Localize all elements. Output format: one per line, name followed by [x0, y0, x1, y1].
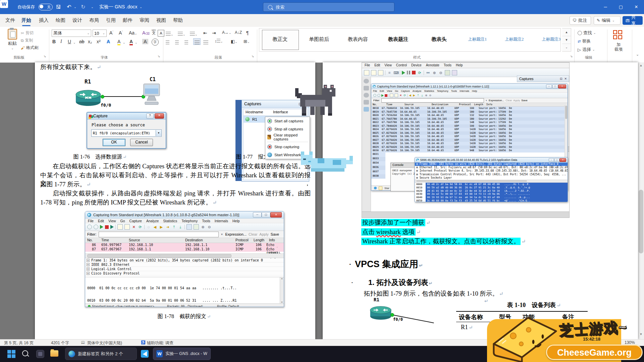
subscript-button[interactable]: x₂ — [88, 39, 92, 44]
close-file-icon[interactable]: ✕ — [131, 225, 136, 229]
document-page-right[interactable]: File Edit View Control Device Annotate T… — [323, 62, 638, 339]
detail-hscrollbar[interactable] — [415, 180, 568, 183]
endpoint-palette-icon[interactable] — [364, 100, 369, 105]
gws-filter-caret-icon[interactable]: ▼ — [485, 100, 487, 102]
packet-no[interactable]: 8837 — [371, 170, 385, 174]
gws-filter-input[interactable] — [381, 98, 484, 103]
styles-more-icon[interactable]: ⌄ — [562, 44, 571, 51]
show-marks-button[interactable]: ¶ — [246, 30, 249, 36]
filter-input[interactable] — [99, 232, 219, 237]
cancel-button[interactable]: Cancel — [130, 139, 153, 146]
style-jiao-zhengwen[interactable]: 教正文 — [262, 29, 298, 49]
enclose-characters-button[interactable]: A — [158, 30, 164, 37]
increase-indent-button[interactable]: ⇥ — [212, 30, 216, 36]
bold-button[interactable]: B — [52, 39, 56, 44]
dock-float-icon[interactable]: ⊡ — [560, 77, 562, 80]
autosave-toggle[interactable]: 关 — [39, 4, 53, 10]
replace-button[interactable]: ⇄ 替换 — [578, 38, 591, 44]
justify-button-selected[interactable] — [193, 38, 201, 45]
restart-capture-icon[interactable] — [110, 225, 114, 229]
gns3-console-icon[interactable]: ⌨ — [393, 70, 398, 75]
packet-no[interactable]: 8836 — [371, 166, 385, 170]
align-center-button[interactable] — [175, 40, 179, 46]
go-back-icon[interactable]: ◀ — [153, 225, 157, 229]
tab-layout[interactable]: 布局 — [87, 14, 101, 26]
taskbar-search-icon[interactable] — [22, 350, 28, 356]
language-indicator[interactable]: 简体中文(中国大陆) — [87, 340, 122, 346]
zoom-level[interactable]: 130% — [625, 340, 635, 345]
format-painter-button[interactable]: 🖌格式刷 — [21, 45, 38, 51]
minimize-button[interactable]: ─ — [598, 0, 613, 14]
zoom-out-icon[interactable]: ⊖ — [207, 225, 212, 229]
detail-tree-row[interactable]: +IEEE 802.3 Ethernet — [85, 262, 284, 267]
capture-options-icon[interactable] — [94, 225, 98, 229]
tab-insert[interactable]: 插入 — [37, 14, 51, 26]
gns3-new-icon[interactable] — [364, 70, 369, 75]
highlight-caret-icon[interactable]: ⌄ — [123, 41, 125, 44]
document-page-left[interactable]: 所有报文截获下来。↵ R1 C1 f0/0 C — [35, 62, 315, 339]
packet-list-hscrollbar[interactable]: ⋯ — [85, 253, 284, 258]
tab-view[interactable]: 视图 — [154, 14, 168, 26]
borders-button[interactable]: ⊞⌄ — [244, 39, 250, 44]
style-jiaobiao-tizhu[interactable]: 教表题注 — [379, 29, 418, 49]
document-scrollbar[interactable]: ▲ ▼ — [638, 62, 644, 339]
vscode-icon[interactable] — [141, 350, 149, 358]
font-dialog-launcher[interactable]: ⇘ — [158, 55, 160, 58]
tab-design[interactable]: 设计 — [70, 14, 84, 26]
gws-apply-button[interactable]: Apply — [513, 99, 520, 102]
menu-clear-stopped[interactable]: Clear stopped captures — [265, 133, 310, 141]
asian-layout-button[interactable]: A↔⌄ — [222, 30, 231, 35]
distribute-button[interactable] — [203, 40, 208, 46]
router-palette-icon[interactable] — [364, 79, 369, 83]
save-icon[interactable]: 🖫 — [54, 0, 63, 14]
ws-menu-file[interactable]: File — [88, 219, 94, 223]
styles-scroll-down-icon[interactable]: ▼ — [562, 36, 571, 44]
gws-menu-telephony[interactable]: Telephony — [437, 89, 448, 93]
multilevel-list-button[interactable]: ⌄ — [190, 31, 198, 37]
tab-file[interactable]: 文件 — [3, 14, 17, 26]
clipboard-dialog-launcher[interactable]: ⇘ — [44, 55, 46, 58]
gws-close-icon[interactable]: ✕ — [558, 84, 566, 88]
detail-tree-row-selected[interactable]: ⊞ Frame 5896: 103 bytes on wire (824 bit… — [415, 163, 568, 166]
ws-minimize-icon[interactable]: ─ — [253, 212, 262, 218]
save-file-icon[interactable] — [124, 224, 130, 230]
gws-menu-file[interactable]: File — [373, 89, 377, 93]
ws-maximize-icon[interactable]: ▢ — [262, 212, 270, 218]
addins-label[interactable]: 加载项 — [614, 42, 623, 52]
gws-menu-analyze[interactable]: Analyze — [413, 89, 422, 93]
styles-scroll-up-icon[interactable]: ▲ — [562, 28, 571, 36]
find-button[interactable]: 查找⌄ — [578, 30, 596, 36]
share-button[interactable]: 🖄 共享 — [623, 16, 643, 25]
gns3-zoom-in-icon[interactable]: ⊕ — [432, 70, 437, 75]
expression-button[interactable]: Expression... — [225, 232, 247, 236]
ws-menu-analyze[interactable]: Analyze — [146, 219, 159, 223]
reload-icon[interactable]: ⟳ — [138, 225, 143, 229]
search-input[interactable] — [275, 4, 377, 10]
ws-menu-help[interactable]: Help — [232, 219, 240, 223]
gws-menu-help[interactable]: Help — [472, 89, 477, 93]
menu-stop-all-captures[interactable]: Stop all captures — [265, 125, 310, 133]
search-box[interactable] — [263, 2, 394, 12]
gns3-save-icon[interactable] — [378, 70, 383, 75]
word-count[interactable]: 4201 个字 — [51, 340, 69, 346]
scrollbar-up-icon[interactable]: ▲ — [638, 64, 644, 67]
sort-button[interactable]: A↓Z — [235, 30, 242, 35]
ws-close-icon[interactable]: ✕ — [270, 212, 282, 218]
editing-mode-button[interactable]: ✎ 编辑 ⌄ — [594, 16, 621, 25]
switch-palette-icon[interactable] — [364, 86, 369, 90]
style-jiaobiao-neirong[interactable]: 教表内容 — [340, 29, 376, 49]
shrink-font-button[interactable]: Aˇ — [119, 30, 123, 36]
change-case-button[interactable]: Aa⌄ — [129, 30, 137, 36]
clear-formatting-button[interactable]: A⌫ — [142, 30, 150, 36]
gns3-open-icon[interactable] — [371, 70, 376, 75]
dialog-help-icon[interactable]: ? — [146, 113, 154, 119]
quick-access-caret-icon[interactable]: ⌄ — [89, 0, 95, 14]
gws-menu-statistics[interactable]: Statistics — [424, 89, 434, 93]
gns3-add-link-icon[interactable]: ⚯ — [426, 70, 430, 75]
dialog-close-icon[interactable]: ✕ — [155, 113, 164, 119]
cut-button[interactable]: ✂剪切 — [21, 30, 34, 36]
gws-menu-internals[interactable]: Internals — [460, 89, 469, 93]
zoom-in-icon[interactable]: ⊕ — [201, 225, 205, 229]
packet-no[interactable]: 8833 — [371, 157, 385, 161]
text-effects-button[interactable]: A — [107, 39, 110, 44]
